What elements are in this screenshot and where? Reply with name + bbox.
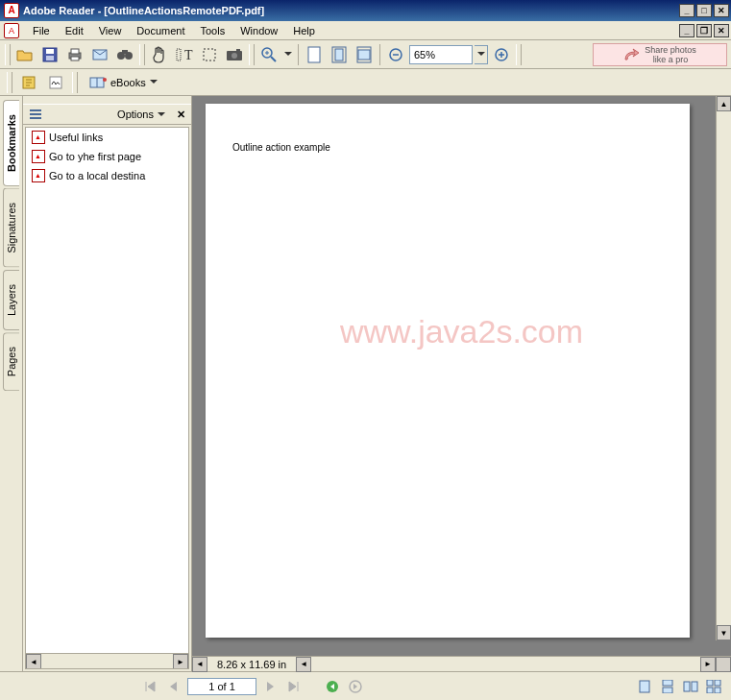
- tab-pages[interactable]: Pages: [3, 332, 19, 391]
- menu-window[interactable]: Window: [232, 23, 285, 38]
- menu-tools[interactable]: Tools: [193, 23, 233, 38]
- toolbar-grip[interactable]: [516, 44, 522, 65]
- main-toolbar: T 65% Share photos like a pro: [0, 40, 731, 69]
- select-tool-button[interactable]: [198, 43, 221, 66]
- zoom-out-button[interactable]: [384, 43, 407, 66]
- watermark: www.java2s.com: [340, 312, 583, 350]
- vertical-scrollbar[interactable]: ▲ ▼: [716, 96, 731, 640]
- zoom-in-small-button[interactable]: [490, 43, 513, 66]
- scroll-down-button[interactable]: ▼: [717, 625, 731, 640]
- share-photos-panel[interactable]: Share photos like a pro: [593, 43, 727, 66]
- continuous-facing-button[interactable]: [704, 678, 723, 695]
- maximize-button[interactable]: □: [696, 4, 712, 17]
- actual-size-button[interactable]: [303, 43, 326, 66]
- envelope-icon: [92, 49, 108, 60]
- page-number-field[interactable]: 1 of 1: [187, 678, 256, 695]
- toolbar-grip[interactable]: [249, 44, 255, 65]
- scroll-left-button[interactable]: ◄: [26, 654, 41, 669]
- hand-tool-button[interactable]: [148, 43, 171, 66]
- resize-grip[interactable]: [716, 657, 731, 672]
- bookmark-icon: [32, 131, 45, 144]
- options-menu[interactable]: Options: [117, 109, 165, 120]
- menu-help[interactable]: Help: [285, 23, 323, 38]
- text-select-button[interactable]: T: [173, 43, 196, 66]
- bookmark-item[interactable]: Go to a local destina: [26, 166, 188, 185]
- close-button[interactable]: ✕: [714, 4, 729, 17]
- panel-close-button[interactable]: ✕: [177, 109, 185, 121]
- first-page-button[interactable]: [141, 678, 158, 695]
- doc-minimize-button[interactable]: _: [679, 24, 694, 37]
- document-icon: A: [4, 23, 19, 38]
- zoom-field[interactable]: 65%: [409, 45, 473, 64]
- sign-button[interactable]: [44, 71, 67, 94]
- facing-button[interactable]: [681, 678, 700, 695]
- doc-close-button[interactable]: ✕: [714, 24, 729, 37]
- toolbar-grip[interactable]: [5, 44, 11, 65]
- scroll-track[interactable]: [41, 654, 173, 668]
- tab-signatures[interactable]: Signatures: [3, 188, 19, 268]
- scroll-up-button[interactable]: ▲: [717, 96, 731, 111]
- printer-icon: [67, 48, 83, 61]
- svg-rect-45: [707, 680, 713, 686]
- scroll-left-button[interactable]: ◄: [192, 657, 207, 672]
- snapshot-button[interactable]: [223, 43, 246, 66]
- next-page-button[interactable]: [262, 678, 280, 695]
- menu-document[interactable]: Document: [129, 23, 192, 38]
- fit-width-button[interactable]: [353, 43, 376, 66]
- toolbar-grip[interactable]: [72, 72, 78, 93]
- bookmarks-scrollbar[interactable]: ◄ ►: [26, 653, 188, 668]
- bookmarks-header: Options ✕: [23, 104, 191, 125]
- last-page-button[interactable]: [285, 678, 303, 695]
- bookmark-item[interactable]: Useful links: [26, 128, 188, 147]
- doc-restore-button[interactable]: ❐: [696, 24, 712, 37]
- chevron-down-icon: [150, 80, 158, 84]
- scroll-right-button[interactable]: ►: [173, 654, 188, 669]
- svg-rect-46: [715, 680, 720, 686]
- scroll-right-button[interactable]: ►: [700, 657, 716, 672]
- open-button[interactable]: [13, 43, 37, 66]
- review-icon: [21, 75, 37, 90]
- bookmark-label: Go to a local destina: [49, 170, 145, 181]
- print-button[interactable]: [63, 43, 86, 66]
- tab-layers[interactable]: Layers: [3, 270, 19, 330]
- zoom-dropdown[interactable]: [475, 45, 488, 64]
- review-button[interactable]: [17, 71, 40, 94]
- scroll-track[interactable]: [717, 111, 731, 625]
- svg-rect-43: [684, 682, 690, 691]
- toolbar-grip[interactable]: [139, 44, 145, 65]
- ebooks-button[interactable]: eBooks: [83, 72, 164, 93]
- save-button[interactable]: [38, 43, 61, 66]
- single-page-button[interactable]: [635, 678, 654, 695]
- horizontal-scrollbar[interactable]: ◄ 8.26 x 11.69 in ◄ ►: [192, 656, 731, 671]
- fit-page-button[interactable]: [328, 43, 351, 66]
- first-page-icon: [144, 681, 156, 692]
- search-button[interactable]: [113, 43, 136, 66]
- tab-bookmarks[interactable]: Bookmarks: [3, 100, 19, 186]
- document-canvas[interactable]: Outline action example www.java2s.com ▲ …: [192, 96, 731, 656]
- menu-edit[interactable]: Edit: [58, 23, 91, 38]
- options-label: Options: [117, 109, 154, 120]
- fit-page-icon: [331, 46, 347, 63]
- svg-rect-9: [122, 50, 128, 54]
- app-icon: A: [4, 3, 19, 18]
- plus-icon: [495, 48, 508, 61]
- share-line2: like a pro: [645, 55, 696, 64]
- continuous-button[interactable]: [658, 678, 677, 695]
- last-page-icon: [288, 681, 300, 692]
- window-title: Adobe Reader - [OutlineActionsRemotePDF.…: [23, 5, 264, 16]
- email-button[interactable]: [88, 43, 111, 66]
- page-size-label: 8.26 x 11.69 in: [207, 659, 296, 670]
- zoom-dropdown-button[interactable]: [282, 43, 294, 66]
- svg-text:T: T: [184, 48, 193, 62]
- bookmark-item[interactable]: Go to yhe first page: [26, 147, 188, 166]
- bookmark-label: Useful links: [49, 132, 103, 143]
- zoom-in-button[interactable]: [257, 43, 280, 66]
- toolbar-grip[interactable]: [7, 72, 12, 93]
- menu-file[interactable]: File: [25, 23, 58, 38]
- scroll-left-inner-button[interactable]: ◄: [296, 657, 311, 672]
- minimize-button[interactable]: _: [679, 4, 694, 17]
- back-button[interactable]: [324, 678, 341, 695]
- forward-button[interactable]: [347, 678, 364, 695]
- menu-view[interactable]: View: [91, 23, 130, 38]
- prev-page-button[interactable]: [164, 678, 182, 695]
